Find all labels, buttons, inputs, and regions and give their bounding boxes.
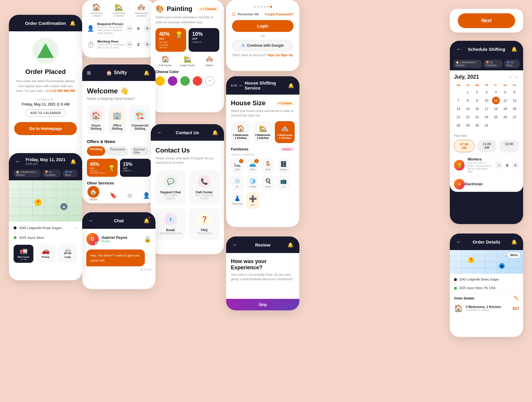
commercial-shifting-service[interactable]: 🏗️ CommercialShifting [129, 105, 151, 134]
cal-day-24[interactable]: 24 [483, 113, 490, 121]
house-type-others[interactable]: 🏘️ Others [200, 55, 219, 67]
google-button[interactable]: G Continue with Google [232, 40, 293, 51]
cal-day-17[interactable]: 17 [483, 105, 490, 113]
office-shifting-service[interactable]: 🏢 OfficeShifting [108, 105, 126, 134]
cal-day-18[interactable]: 18 [492, 105, 500, 113]
tab-trending[interactable]: Trending [87, 146, 105, 156]
cal-day-2[interactable]: 2 [473, 88, 481, 96]
cal-day-13[interactable]: 13 [511, 97, 518, 104]
furn-oven[interactable]: 🍳 Oven [262, 176, 275, 190]
furn-almira[interactable]: 🗄️ Almira [277, 158, 290, 173]
cal-day-30[interactable]: 30 [473, 121, 481, 129]
cal-day-5[interactable]: 5 [501, 88, 509, 96]
nav-home[interactable]: 🏠 Home [87, 192, 99, 201]
contact-back-button[interactable]: ← [155, 128, 164, 137]
house-type-large[interactable]: 🏡 Large House [178, 55, 197, 67]
cal-day-14[interactable]: 14 [455, 105, 462, 113]
cal-day-27[interactable]: 27 [511, 113, 518, 121]
bedroom-3-option[interactable]: 🏡 3 Bedrooms1 Kitchen [253, 121, 273, 143]
cal-day-10[interactable]: 10 [483, 97, 490, 104]
tracking-back-button[interactable]: ← [14, 157, 22, 166]
cal-day-20[interactable]: 20 [511, 105, 518, 113]
contact-email[interactable]: 📧 Email admin@shifty.com [155, 208, 186, 239]
tab-promotion[interactable]: Promotion [107, 146, 128, 156]
cal-day-7[interactable]: 7 [455, 97, 462, 104]
stepper-minus-hour[interactable]: − [126, 41, 133, 48]
nav-grid[interactable]: ⊞ [127, 192, 132, 201]
furn-ac[interactable]: ❄️ AC [231, 176, 244, 190]
house-size-back-button[interactable]: ← [237, 81, 245, 90]
bedroom-4-option[interactable]: 🏘️ 4 Bedrooms1 Kitchen [275, 121, 295, 143]
house-shifting-service[interactable]: 🏠 HouseShifting [87, 105, 105, 134]
tracking-bell-icon[interactable]: 🔔 [69, 157, 77, 166]
house-size-bell[interactable]: 🔔 [287, 81, 295, 90]
contact-support-chat[interactable]: 💬 Support Chat 24x7 Online Support [155, 170, 186, 205]
go-to-homepage-button[interactable]: Go to Homepage [14, 122, 77, 135]
cal-day-4[interactable]: 4 [492, 88, 500, 96]
bell-icon-shifty[interactable]: 🔔 [142, 69, 151, 77]
cal-day-28[interactable]: 28 [455, 121, 462, 129]
time-slot-7am[interactable]: 07:00 AM [454, 140, 474, 152]
custom-badge[interactable]: + + Custom [197, 7, 219, 12]
truck-large[interactable]: 🚐 Large [58, 245, 77, 263]
cal-day-3[interactable]: 3 [483, 88, 490, 96]
contact-bell-icon[interactable]: 🔔 [211, 128, 219, 137]
workers-plus[interactable]: + [512, 162, 519, 169]
bedroom-2-option[interactable]: 🏠 2 Bedrooms1 Kitchen [231, 121, 251, 143]
cal-day-16[interactable]: 16 [473, 105, 481, 113]
signup-link[interactable]: Sign Up [267, 53, 280, 57]
cal-day-23[interactable]: 23 [473, 113, 481, 121]
contact-call-center[interactable]: 📞 Call Center 24x7 Customer Service [189, 170, 219, 205]
cal-day-25[interactable]: 25 [492, 113, 500, 121]
furn-fridge[interactable]: 🧊 Fridge [246, 176, 259, 190]
furn-chair[interactable]: 🪑 Chair [262, 158, 275, 173]
route-close-button[interactable]: × [75, 226, 77, 230]
review-back-button[interactable]: ← [231, 241, 239, 249]
truck-pickup[interactable]: 🚗 Pickup [36, 245, 56, 263]
color-green[interactable] [180, 76, 190, 86]
nav-bookmark[interactable]: 🔖 [110, 192, 117, 201]
stepper-minus-person[interactable]: − [126, 25, 133, 32]
add-to-cal-button[interactable]: ADD TO CALENDER [25, 109, 66, 117]
edit-icon[interactable]: ✏️ [514, 296, 519, 301]
bell-icon[interactable]: 🔔 [69, 19, 77, 27]
house-option-3[interactable]: 🏘️ 4 Bedrooms1 Kitchen [131, 3, 151, 17]
cal-day-9[interactable]: 9 [473, 97, 481, 104]
nav-user[interactable]: 👤 [143, 192, 150, 201]
chat-bell-icon[interactable]: 🔔 [142, 216, 151, 225]
cal-day-19[interactable]: 19 [501, 105, 509, 113]
house-option-1[interactable]: 🏠 2 Bedrooms1 Kitchen [86, 3, 106, 17]
color-yellow[interactable] [155, 76, 165, 86]
time-slot-12[interactable]: 12:00 [499, 140, 519, 152]
cal-day-22[interactable]: 22 [464, 113, 472, 121]
review-bell-icon[interactable]: 🔔 [286, 241, 295, 249]
color-purple[interactable] [168, 76, 177, 86]
cal-next-button[interactable]: → [514, 74, 519, 80]
cal-day-8[interactable]: 8 [464, 97, 472, 104]
color-add-button[interactable]: + [205, 76, 215, 86]
truck-mini[interactable]: 🚛 Mini Truck -18 Ton [14, 245, 33, 263]
house-option-2[interactable]: 🏡 3 Bedrooms1 Kitchen [109, 3, 129, 17]
order-details-bell-icon[interactable]: 🔔 [510, 238, 518, 246]
remember-me-check[interactable]: ☑ Remember Me [232, 12, 259, 17]
cal-day-15[interactable]: 15 [464, 105, 472, 113]
next-button[interactable]: Next [458, 13, 515, 28]
forgot-password-link[interactable]: Forgot Password? [265, 12, 293, 16]
workers-minus[interactable]: − [495, 162, 502, 169]
cal-day-26[interactable]: 26 [501, 113, 509, 121]
tab-summer[interactable]: Summer Offer [130, 146, 148, 156]
cal-day-12[interactable]: 12 [501, 97, 509, 104]
cal-day-11-today[interactable]: 11 [492, 97, 500, 104]
skip-button[interactable]: Skip [226, 299, 299, 310]
cal-day-29[interactable]: 29 [464, 121, 472, 129]
cal-prev-button[interactable]: ← [508, 74, 512, 80]
time-slot-11am[interactable]: 11:00 AM [477, 140, 497, 152]
cal-day-31[interactable]: 31 [483, 121, 490, 129]
login-button[interactable]: Login [232, 20, 293, 32]
house-size-custom-button[interactable]: + Custom [275, 100, 295, 106]
schedule-back-button[interactable]: ← [455, 45, 463, 53]
furn-wardrobe[interactable]: 👗 Wardrobe [231, 193, 244, 209]
stepper-plus-hour[interactable]: + [144, 41, 151, 48]
cal-day-21[interactable]: 21 [455, 113, 462, 121]
chat-back-button[interactable]: ← [87, 216, 95, 225]
